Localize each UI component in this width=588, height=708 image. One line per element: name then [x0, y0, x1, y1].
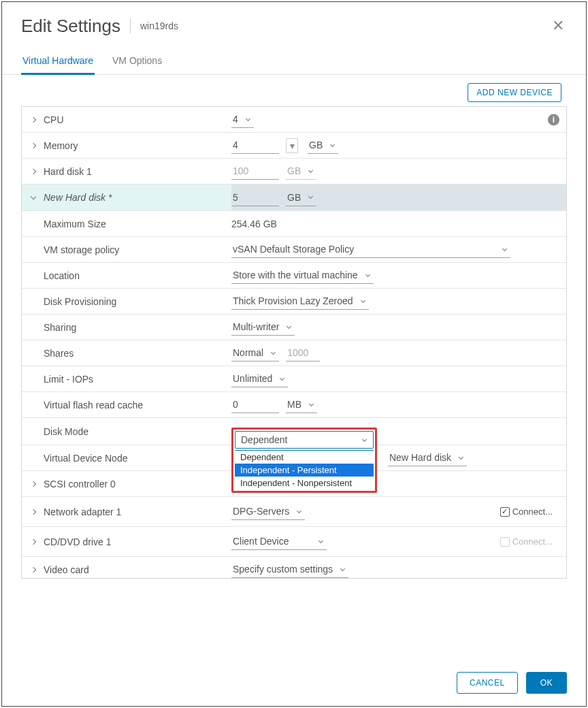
chevron-right-icon: [31, 142, 36, 148]
label-iops: Limit - IOPs: [22, 368, 231, 390]
row-storage-policy: VM storage policy vSAN Default Storage P…: [22, 237, 566, 263]
toolbar: ADD NEW DEVICE: [2, 75, 586, 106]
vdn-select[interactable]: New Hard disk: [388, 449, 467, 466]
nhd-size-input[interactable]: [231, 189, 279, 206]
cddvd-connect-group: Connect...: [500, 536, 558, 547]
row-location: Location Store with the virtual machine: [22, 263, 566, 289]
vfrc-unit-select[interactable]: MB: [286, 396, 317, 413]
video-select[interactable]: Specify custom settings: [231, 561, 348, 578]
info-icon[interactable]: i: [548, 114, 559, 125]
row-hard-disk-1: Hard disk 1 GB: [22, 159, 566, 184]
disk-mode-options: Dependent Independent - Persistent Indep…: [235, 450, 374, 489]
memory-unit: GB: [309, 140, 323, 150]
row-disk-provisioning: Disk Provisioning Thick Provision Lazy Z…: [22, 289, 566, 315]
dialog-footer: CANCEL OK: [2, 660, 586, 706]
row-video-toggle[interactable]: Video card: [22, 559, 231, 579]
row-new-hard-disk: New Hard disk * GB: [22, 184, 566, 211]
row-cpu: CPU 4 i: [22, 107, 566, 133]
memory-unit-select[interactable]: GB: [308, 137, 338, 154]
network-select[interactable]: DPG-Servers: [231, 503, 305, 520]
policy-select[interactable]: vSAN Default Storage Policy: [231, 241, 510, 258]
value-policy: vSAN Default Storage Policy: [231, 238, 566, 261]
chevron-right-icon: [31, 168, 36, 174]
label-shares: Shares: [22, 342, 231, 364]
shares-level-select[interactable]: Normal: [231, 344, 279, 361]
vfrc-input[interactable]: [231, 396, 279, 413]
dialog-header: Edit Settings win19rds ✕: [2, 2, 586, 43]
label-max-size: Maximum Size: [22, 213, 231, 235]
vdn-value: New Hard disk: [389, 452, 451, 463]
iops-value: Unlimited: [233, 373, 272, 384]
row-nhd-value: GB: [231, 187, 566, 209]
row-hd1-toggle[interactable]: Hard disk 1: [22, 161, 231, 182]
value-sharing: Multi-writer: [231, 316, 566, 338]
label-vdn: Virtual Device Node: [22, 447, 231, 469]
settings-scroll[interactable]: CPU 4 i Memory ▾ GB: [21, 106, 567, 579]
title-divider: [130, 18, 131, 33]
cancel-button[interactable]: CANCEL: [457, 672, 518, 694]
disk-mode-option-independent-nonpersistent[interactable]: Independent - Nonpersistent: [235, 477, 374, 489]
chevron-down-icon: [502, 246, 507, 251]
chevron-down-icon: [297, 508, 301, 513]
row-nhd-value-wrap: GB: [231, 184, 566, 210]
disk-mode-select[interactable]: Dependent: [235, 431, 374, 449]
hd1-unit-select[interactable]: GB: [286, 163, 316, 180]
memory-stepper[interactable]: ▾: [286, 138, 298, 153]
chevron-down-icon: [330, 142, 335, 146]
chevron-down-icon: [308, 167, 313, 172]
nhd-unit-select[interactable]: GB: [286, 189, 316, 206]
value-iops: Unlimited: [231, 368, 566, 390]
video-value: Specify custom settings: [233, 564, 333, 575]
cpu-select[interactable]: 4: [231, 111, 254, 128]
label-policy: VM storage policy: [22, 239, 231, 261]
disk-mode-option-dependent[interactable]: Dependent: [235, 451, 374, 464]
vm-name: win19rds: [140, 20, 178, 31]
network-connect-checkbox[interactable]: [500, 507, 510, 517]
chevron-down-icon: [246, 116, 250, 120]
network-connect-label: Connect...: [512, 506, 553, 517]
disk-mode-option-independent-persistent[interactable]: Independent - Persistent: [235, 464, 374, 477]
row-nhd-toggle[interactable]: New Hard disk *: [22, 187, 231, 208]
network-connect-group: Connect...: [500, 506, 558, 517]
chevron-down-icon: [31, 194, 36, 199]
row-cddvd-toggle[interactable]: CD/DVD drive 1: [22, 531, 231, 553]
disk-mode-dropdown: Dependent Dependent Independent - Persis…: [231, 428, 377, 493]
cddvd-connect-label: Connect...: [512, 536, 553, 547]
row-hd1-value: GB: [231, 160, 566, 182]
chevron-down-icon: [362, 437, 367, 442]
row-memory-toggle[interactable]: Memory: [22, 135, 231, 157]
label-net: Network adapter 1: [44, 506, 121, 517]
location-select[interactable]: Store with the virtual machine: [231, 267, 374, 284]
tab-vm-options[interactable]: VM Options: [111, 50, 163, 75]
value-vfrc: MB: [231, 393, 566, 416]
value-video: Specify custom settings: [231, 558, 566, 579]
shares-num-input[interactable]: [286, 344, 320, 361]
label-provisioning: Disk Provisioning: [22, 291, 231, 312]
chevron-down-icon: [340, 566, 345, 570]
row-network-adapter-1: Network adapter 1 DPG-Servers Connect...: [22, 497, 566, 527]
memory-input[interactable]: [231, 137, 279, 154]
row-cpu-toggle[interactable]: CPU: [22, 109, 231, 131]
hd1-unit: GB: [287, 165, 301, 176]
tab-virtual-hardware[interactable]: Virtual Hardware: [21, 50, 95, 75]
close-icon[interactable]: ✕: [549, 14, 567, 37]
cddvd-select[interactable]: Client Device: [231, 533, 327, 550]
row-net-toggle[interactable]: Network adapter 1: [22, 501, 231, 523]
sharing-select[interactable]: Multi-writer: [231, 319, 295, 336]
value-max-size: 254.46 GB: [231, 216, 566, 232]
label-hd1: Hard disk 1: [44, 166, 92, 177]
hd1-size-input[interactable]: [231, 163, 279, 180]
location-value: Store with the virtual machine: [233, 270, 358, 280]
value-location: Store with the virtual machine: [231, 264, 566, 287]
network-value: DPG-Servers: [233, 506, 289, 517]
label-nhd: New Hard disk *: [44, 192, 112, 203]
add-new-device-button[interactable]: ADD NEW DEVICE: [468, 83, 561, 102]
provisioning-select[interactable]: Thick Provision Lazy Zeroed: [231, 293, 369, 310]
iops-select[interactable]: Unlimited: [231, 370, 288, 387]
label-cpu: CPU: [44, 114, 64, 125]
chevron-down-icon: [361, 297, 365, 302]
chevron-right-icon: [31, 538, 36, 544]
chevron-down-icon: [308, 194, 313, 199]
ok-button[interactable]: OK: [526, 672, 567, 694]
row-scsi-toggle[interactable]: SCSI controller 0: [22, 473, 231, 495]
